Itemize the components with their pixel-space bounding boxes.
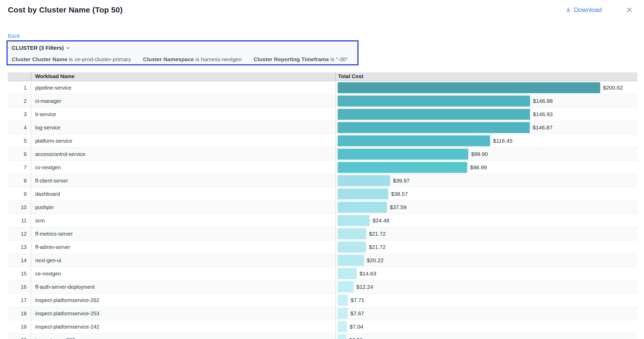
rank-cell: 6 [8, 148, 31, 161]
total-cost-cell: $14.63 [335, 267, 637, 280]
cost-bar[interactable] [338, 202, 387, 213]
workload-name-cell: pipeline-service [31, 81, 335, 94]
filter-op-value: is harness-nextgen [194, 56, 241, 62]
cost-bar[interactable] [338, 109, 530, 120]
cost-value-label: $99.90 [471, 151, 488, 157]
cost-bar[interactable] [338, 215, 370, 226]
cost-bar[interactable] [338, 255, 364, 266]
cost-value-label: $24.48 [373, 217, 389, 224]
rank-cell: 5 [8, 134, 31, 147]
cost-bar[interactable] [338, 122, 530, 133]
filter-condition: Cluster Namespace is harness-nextgen [143, 56, 241, 62]
cost-bar[interactable] [338, 162, 467, 173]
table-row: 7cv-nextgen$98.99 [8, 161, 637, 174]
workload-name-cell: ff-auth-server-deployment [31, 280, 335, 293]
close-button[interactable] [626, 6, 633, 14]
back-link[interactable]: Back [8, 33, 20, 39]
table-row: 16ff-auth-server-deployment$12.24 [8, 280, 637, 294]
rank-cell: 11 [8, 214, 31, 227]
table-row: 3ti-service$146.93 [8, 108, 637, 121]
total-cost-cell: $20.22 [335, 254, 637, 267]
table-row: 19inspect-platformservice-242$7.04 [8, 320, 637, 334]
cost-bar[interactable] [338, 149, 468, 160]
total-cost-cell: $7.67 [335, 307, 637, 320]
workload-name-cell: scm [31, 214, 335, 227]
cost-value-label: $14.63 [360, 271, 376, 277]
table-row: 13ff-admin-server$21.72 [8, 241, 637, 254]
cost-value-label: $12.24 [356, 284, 373, 290]
cost-bar[interactable] [338, 308, 348, 319]
table-row: 5platform-service$116.45 [8, 134, 637, 148]
table-row: 15ce-nextgen$14.63 [8, 267, 637, 280]
workload-name-cell: ff-client-server [31, 174, 335, 187]
cost-bar[interactable] [338, 321, 347, 332]
cost-bar[interactable] [338, 135, 490, 146]
total-cost-cell: $6.58 [335, 334, 637, 339]
table-row: 14next-gen-ui$20.22 [8, 254, 637, 267]
total-cost-cell: $21.72 [335, 227, 637, 240]
cost-value-label: $146.98 [533, 98, 553, 104]
filter-condition: Cluster Reporting Timeframe is "-30" [254, 56, 348, 62]
total-cost-cell: $24.48 [335, 214, 637, 227]
cost-bar[interactable] [338, 295, 348, 306]
cost-bar[interactable] [338, 335, 346, 339]
table-body: 1pipeline-service$200.622ci-manager$146.… [8, 81, 637, 339]
workload-name-cell: next-gen-ui [31, 254, 335, 267]
filter-field: Cluster Reporting Timeframe [254, 56, 329, 62]
rank-cell: 18 [8, 307, 31, 320]
rank-cell: 12 [8, 227, 31, 240]
total-cost-cell: $98.99 [335, 161, 637, 174]
total-cost-cell: $146.98 [335, 95, 637, 108]
workload-name-column-header: Workload Name [31, 72, 335, 81]
cost-bar[interactable] [338, 281, 354, 292]
workload-name-cell: inspect-cvng-267 [31, 334, 335, 339]
filter-op-value: is "-30" [329, 56, 348, 62]
cost-bar[interactable] [338, 268, 357, 279]
workload-name-cell: inspect-platformservice-242 [31, 320, 335, 333]
rank-cell: 1 [8, 81, 31, 94]
table-row: 18inspect-platformservice-253$7.67 [8, 307, 637, 320]
rank-cell: 7 [8, 161, 31, 174]
chevron-down-icon [66, 46, 70, 50]
table-row: 4log-service$146.87 [8, 121, 637, 134]
cost-value-label: $146.87 [533, 124, 552, 131]
rank-cell: 4 [8, 121, 31, 134]
total-cost-cell: $39.97 [335, 174, 637, 187]
rank-cell: 20 [8, 334, 31, 339]
table-row: 2ci-manager$146.98 [8, 95, 637, 108]
table-row: 12ff-metrics-server$21.72 [8, 227, 637, 241]
table-row: 20inspect-cvng-267$6.58 [8, 334, 637, 339]
workload-name-cell: log-service [31, 121, 335, 134]
total-cost-cell: $99.90 [335, 148, 637, 161]
total-cost-cell: $146.93 [335, 108, 637, 121]
rank-cell: 2 [8, 95, 31, 108]
table-header-row: Workload Name Total Cost [8, 72, 637, 81]
rank-cell: 3 [8, 108, 31, 121]
table-row: 1pipeline-service$200.62 [8, 81, 637, 95]
download-button[interactable]: Download [565, 6, 602, 14]
cost-bar[interactable] [338, 175, 390, 186]
total-cost-cell: $38.57 [335, 187, 637, 200]
cost-value-label: $7.71 [351, 297, 364, 303]
close-icon [626, 6, 633, 14]
cost-bar[interactable] [338, 228, 366, 239]
workload-name-cell: cv-nextgen [31, 161, 335, 174]
cost-bar[interactable] [338, 82, 600, 93]
rank-cell: 8 [8, 174, 31, 187]
cost-bar[interactable] [338, 96, 530, 106]
rank-cell: 17 [8, 294, 31, 307]
workload-name-cell: inspect-platformservice-253 [31, 307, 335, 320]
filter-panel-toggle[interactable]: CLUSTER (3 Filters) [12, 45, 353, 51]
rank-cell: 10 [8, 201, 31, 214]
cost-value-label: $146.93 [533, 111, 553, 117]
cost-value-label: $6.58 [349, 337, 363, 339]
table-row: 9dashboard$38.57 [8, 187, 637, 201]
table-row: 17inspect-platformservice-262$7.71 [8, 294, 637, 307]
cost-value-label: $98.99 [470, 164, 487, 171]
cost-bar[interactable] [338, 189, 388, 199]
table-row: 11scm$24.48 [8, 214, 637, 227]
workload-name-cell: platform-service [31, 134, 335, 147]
total-cost-column-header: Total Cost [335, 72, 637, 81]
rank-cell: 16 [8, 280, 31, 293]
cost-bar[interactable] [338, 242, 366, 253]
